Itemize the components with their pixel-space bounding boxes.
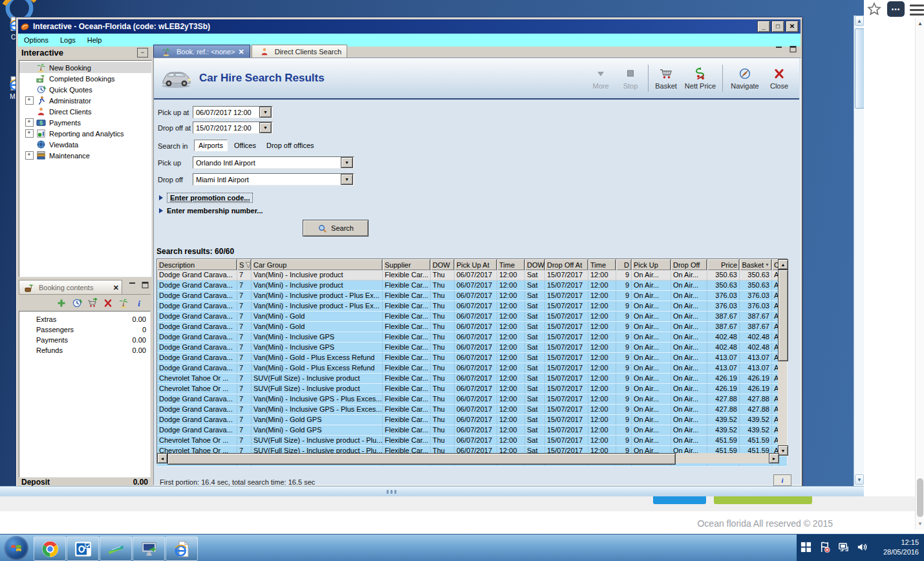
browser-menu-icon[interactable] (910, 3, 924, 16)
browser-extension-icon[interactable]: ••• (887, 1, 905, 17)
taskbar-app-teal-app[interactable] (100, 536, 132, 561)
sidebar-item-reporting-and-analytics[interactable]: +Reporting and Analytics (19, 128, 151, 139)
column-header-pick-up[interactable]: Pick Up (632, 259, 671, 270)
column-header-supplier[interactable]: Supplier (383, 259, 431, 270)
sidebar-item-direct-clients[interactable]: Direct Clients (19, 106, 151, 117)
scroll-right-icon[interactable]: ► (769, 453, 779, 463)
table-row[interactable]: Dodge Grand Carava...7Van(Mini) - Gold -… (157, 363, 787, 374)
dropdown-arrow-icon[interactable]: ▼ (341, 174, 353, 185)
sidebar-collapse-button[interactable]: − (137, 48, 148, 58)
quick-quote-icon[interactable] (72, 298, 82, 308)
taskbar-app-rdp[interactable] (133, 536, 165, 561)
viewport-horizontal-scrollbar[interactable] (0, 486, 864, 497)
table-vertical-scrollbar[interactable]: ▲ ▼ (778, 259, 787, 454)
search-in-drop-off-offices[interactable]: Drop off offices (263, 140, 318, 151)
table-row[interactable]: Dodge Grand Carava...7Van(Mini) - Inclus… (157, 280, 787, 291)
column-header-drop-off[interactable]: Drop Off (671, 259, 707, 270)
column-header-price[interactable]: Price (707, 259, 740, 270)
info-icon[interactable]: i (134, 298, 144, 308)
membership-number-link[interactable]: Enter membership number... (159, 207, 263, 215)
delete-icon[interactable] (103, 298, 113, 308)
menu-logs[interactable]: Logs (54, 35, 81, 45)
table-row[interactable]: Dodge Grand Carava...7Van(Mini) - Inclus… (157, 394, 787, 405)
table-row[interactable]: Chevrolet Tahoe Or ...7SUV(Full Size) - … (157, 436, 787, 446)
scroll-down-icon[interactable]: ▼ (778, 445, 788, 456)
booking-row-passengers[interactable]: Passengers0 (19, 324, 150, 335)
column-header-d[interactable]: D (616, 259, 632, 270)
scrollbar-thumb[interactable] (855, 28, 865, 109)
scroll-down-icon[interactable]: ▼ (918, 521, 923, 527)
panel-maximize-icon[interactable] (142, 282, 149, 288)
expand-toggle-icon[interactable]: + (25, 151, 34, 160)
taskbar-app-outlook[interactable] (67, 536, 99, 561)
menu-help[interactable]: Help (81, 35, 108, 45)
menu-options[interactable]: Options (18, 35, 54, 45)
close-button[interactable]: ✕ (786, 21, 799, 32)
sidebar-item-administrator[interactable]: +Administrator (19, 95, 151, 106)
to-basket-icon[interactable] (87, 298, 98, 308)
booking-row-payments[interactable]: Payments0.00 (19, 335, 150, 345)
pane-minimize-icon[interactable] (775, 46, 783, 52)
navigate-button[interactable]: Navigate (725, 63, 764, 94)
table-row[interactable]: Dodge Grand Carava...7Van(Mini) - Inclus… (157, 343, 787, 353)
dropoff-combo[interactable]: Miami Intl Airport ▼ (193, 173, 354, 185)
taskbar-clock[interactable]: 12:15 28/05/2016 (883, 538, 919, 557)
green-button-partial[interactable] (714, 496, 812, 504)
basket-button[interactable]: Basket (651, 63, 681, 94)
tab-book-ref-none[interactable]: Book. ref.: <none>✕ (153, 45, 250, 58)
sidebar-item-completed-bookings[interactable]: Completed Bookings (19, 73, 151, 84)
dropdown-arrow-icon[interactable]: ▼ (259, 122, 272, 133)
browser-scrollbar[interactable]: ▲ ▼ (915, 18, 924, 530)
column-header-dow[interactable]: DOW (431, 259, 455, 270)
action-flag-icon[interactable] (819, 541, 831, 553)
win-grid-icon[interactable] (800, 541, 812, 553)
network-icon[interactable] (837, 541, 850, 553)
pickup-combo[interactable]: Orlando Intl Airport ▼ (193, 156, 354, 169)
booking-row-refunds[interactable]: Refunds0.00 (19, 345, 150, 355)
scrollbar-thumb[interactable] (917, 478, 923, 517)
table-row[interactable]: Dodge Grand Carava...7Van(Mini) - GoldFl… (157, 322, 787, 332)
taskbar-app-chrome[interactable] (34, 536, 66, 561)
sidebar-item-quick-quotes[interactable]: Quick Quotes (19, 84, 151, 95)
search-button[interactable]: Search (303, 220, 369, 237)
dropdown-arrow-icon[interactable]: ▼ (341, 157, 353, 168)
promotion-code-link[interactable]: Enter promotion code... (159, 193, 253, 203)
expand-toggle-icon[interactable]: + (25, 118, 34, 127)
sidebar-item-maintenance[interactable]: +Maintenance (19, 150, 151, 161)
table-horizontal-scrollbar[interactable]: ◄ ► (157, 453, 779, 463)
column-header-drop-off-at[interactable]: Drop Off At (545, 259, 588, 270)
title-bar[interactable]: Interactive - Ocean-Florida (code: wLEB2… (18, 19, 800, 34)
expand-toggle-icon[interactable]: + (25, 129, 34, 138)
table-row[interactable]: Dodge Grand Carava...7Van(Mini) - Inclus… (157, 270, 787, 280)
column-header-dow[interactable]: DOW (525, 259, 545, 270)
maximize-button[interactable]: □ (771, 21, 784, 32)
sidebar-item-new-booking[interactable]: New Booking (19, 62, 151, 73)
dropdown-arrow-icon[interactable]: ▼ (259, 107, 272, 118)
close-button[interactable]: Close (764, 63, 794, 94)
column-header-pick-up-at[interactable]: Pick Up At (455, 259, 497, 270)
table-row[interactable]: Dodge Grand Carava...7Van(Mini) - Inclus… (157, 301, 787, 312)
column-header-s[interactable]: S (237, 259, 252, 270)
expand-toggle-icon[interactable]: + (25, 96, 34, 105)
taskbar-app-ie-doc[interactable] (166, 536, 198, 561)
minimize-button[interactable]: _ (757, 21, 770, 32)
viewport-vertical-scrollbar[interactable]: ▲ ▼ (854, 16, 865, 486)
dropoff-at-combo[interactable]: 15/07/2017 12:00 ▼ (193, 122, 273, 134)
booking-contents-close-icon[interactable]: ✕ (113, 284, 119, 292)
add-icon[interactable] (56, 298, 67, 308)
booking-contents-tab[interactable]: Booking contents ✕ (19, 280, 122, 295)
scrollbar-thumb[interactable] (167, 453, 676, 465)
scroll-up-icon[interactable]: ▲ (918, 21, 923, 26)
table-row[interactable]: Dodge Grand Carava...7Van(Mini) - Inclus… (157, 291, 787, 301)
table-row[interactable]: Dodge Grand Carava...7Van(Mini) - Inclus… (157, 332, 787, 343)
start-button[interactable] (4, 536, 28, 560)
scroll-up-icon[interactable]: ▲ (855, 16, 864, 26)
table-row[interactable]: Dodge Grand Carava...7Van(Mini) - Inclus… (157, 405, 787, 415)
table-row[interactable]: Dodge Grand Carava...7Van(Mini) - Gold G… (157, 415, 787, 425)
search-in-airports[interactable]: Airports (194, 140, 228, 151)
scroll-up-icon[interactable]: ▲ (778, 259, 788, 270)
sidebar-item-viewdata[interactable]: Viewdata (19, 139, 151, 150)
table-row[interactable]: Dodge Grand Carava...7Van(Mini) - GoldFl… (157, 312, 787, 322)
filter-icon[interactable] (245, 262, 252, 268)
scroll-left-icon[interactable]: ◄ (157, 453, 167, 463)
